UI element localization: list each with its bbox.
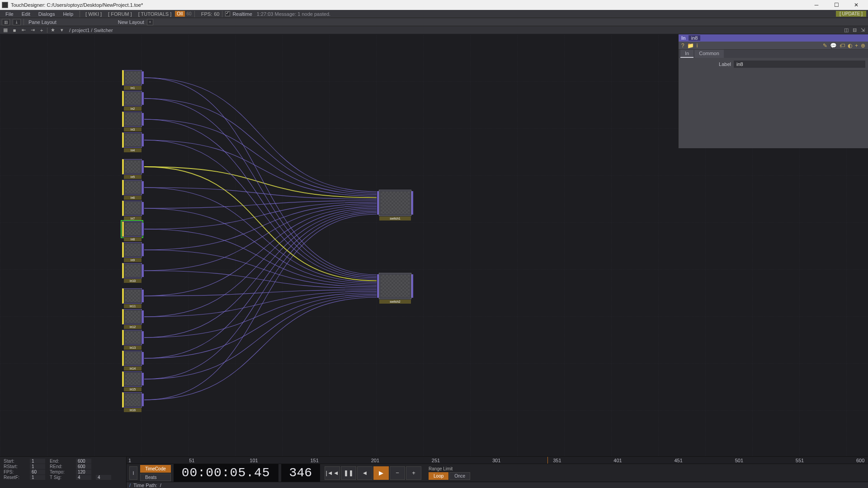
layout-icon-1[interactable]: ▥ (2, 19, 10, 25)
node-in2[interactable]: in2 (122, 91, 142, 106)
link-wiki[interactable]: [ WIKI ] (83, 10, 104, 18)
window-maximize-button[interactable]: ☐ (826, 0, 846, 10)
window-close-button[interactable]: ✕ (846, 0, 866, 10)
node-in5[interactable]: in5 (122, 159, 142, 174)
param-label-value[interactable]: in8 (734, 61, 865, 68)
pane-close-icon[interactable]: ⇲ (859, 27, 866, 33)
license-badge: OII (175, 11, 184, 17)
node-in11[interactable]: in11 (122, 288, 142, 304)
path-bar: ▦ ■ ⇤ ⇥ + ★ ▾ / project1 / Switcher ◫ ⊟ … (0, 26, 868, 34)
add-page-icon[interactable]: + (855, 42, 858, 49)
node-in9[interactable]: in9 (122, 242, 142, 258)
realtime-label: Realtime (232, 11, 252, 17)
app-icon (2, 2, 8, 8)
bookmark-icon[interactable]: ■ (11, 27, 18, 33)
timecode-button[interactable]: TimeCode (140, 465, 171, 473)
timeline-ruler[interactable]: 151101151201251301351401451501551600 (127, 457, 868, 464)
comment-icon[interactable]: 💬 (830, 42, 837, 49)
new-layout-add-icon[interactable]: + (147, 19, 153, 25)
node-in1[interactable]: in1 (122, 70, 142, 85)
new-layout-label[interactable]: New Layout (118, 19, 144, 25)
menu-bar: File Edit Dialogs Help [ WIKI ] [ FORUM … (0, 10, 868, 18)
nav-back-icon[interactable]: ⇤ (20, 27, 27, 33)
step-back-button[interactable]: ◄ (357, 466, 373, 480)
time-path-label: Time Path: (133, 483, 157, 488)
tab-common[interactable]: Common (694, 50, 724, 58)
parameter-header: In in8 (679, 34, 868, 42)
loop-button[interactable]: Loop (429, 472, 448, 480)
timeline-settings: Start:1End:600RStart:1REnd:600FPS:60Temp… (0, 457, 127, 488)
node-in6[interactable]: in6 (122, 180, 142, 195)
pane-type-icon[interactable]: ▦ (2, 27, 9, 33)
window-title: TouchDesigner: C:/Users/optoyz/Desktop/N… (11, 2, 807, 8)
lang-icon[interactable]: ⊕ (861, 42, 865, 49)
parameter-tabs: In Common (679, 50, 868, 58)
menu-dialogs[interactable]: Dialogs (35, 10, 59, 18)
node-in7[interactable]: in7 (122, 201, 142, 216)
operator-type: In (681, 35, 686, 41)
edit-icon[interactable]: ✎ (823, 42, 827, 49)
pane-split-v-icon[interactable]: ⊟ (851, 27, 858, 33)
tag-icon[interactable]: 🏷 (840, 42, 845, 49)
range-limit-label: Range Limit (429, 466, 470, 471)
fps-label: FPS: (201, 11, 212, 17)
layout-icon-2[interactable]: ⤓ (13, 19, 21, 25)
parameter-body: Label in8 (679, 58, 868, 148)
link-forum[interactable]: [ FORUM ] (105, 10, 135, 18)
param-label-key: Label (681, 61, 731, 67)
python-icon[interactable]: 📁 (687, 42, 694, 49)
plus-button[interactable]: + (406, 466, 421, 480)
minus-button[interactable]: − (390, 466, 405, 480)
menu-edit[interactable]: Edit (18, 10, 34, 18)
parameter-panel: In in8 ? 📁 i ✎ 💬 🏷 ◐ + ⊕ In Common Label… (678, 34, 868, 148)
current-time[interactable]: 00:00:05.45 (174, 464, 278, 482)
pane-split-h-icon[interactable]: ◫ (843, 27, 850, 33)
play-button[interactable]: ▶ (373, 466, 389, 480)
link-tutorials[interactable]: [ TUTORIALS ] (136, 10, 175, 18)
update-button[interactable]: [ UPDATE ] (836, 11, 866, 17)
once-button[interactable]: Once (449, 472, 470, 480)
node-switch2[interactable]: switch2 (379, 273, 411, 299)
realtime-checkbox[interactable] (225, 11, 230, 16)
node-in16[interactable]: in16 (122, 392, 142, 408)
color-icon[interactable]: ◐ (848, 42, 852, 49)
beats-button[interactable]: Beats (140, 474, 171, 481)
fps-value: 60 (214, 11, 219, 17)
star-icon[interactable]: ★ (49, 27, 57, 33)
node-in8[interactable]: in8 (122, 221, 142, 237)
status-message: 1:27:03 Message: 1 node pasted. (257, 11, 330, 17)
nav-fwd-icon[interactable]: ⇥ (29, 27, 36, 33)
badge-number: 60 (187, 11, 192, 16)
menu-help[interactable]: Help (59, 10, 77, 18)
tab-in[interactable]: In (680, 50, 693, 58)
info-icon[interactable]: i (697, 42, 698, 49)
layout-bar: ▥ ⤓ Pane Layout New Layout + (0, 18, 868, 26)
time-path-slash-icon[interactable]: / (129, 483, 131, 488)
network-editor[interactable]: in1in2in3in4in5in6in7in8in9in10in11in12i… (0, 34, 868, 456)
node-in14[interactable]: in14 (122, 351, 142, 366)
expand-icon[interactable]: ▾ (58, 27, 66, 33)
timeline-toggle-icon[interactable]: I (129, 466, 137, 480)
window-titlebar: TouchDesigner: C:/Users/optoyz/Desktop/N… (0, 0, 868, 10)
node-in12[interactable]: in12 (122, 309, 142, 324)
node-switch1[interactable]: switch1 (379, 190, 411, 216)
time-path-value[interactable]: / (160, 483, 161, 488)
node-in3[interactable]: in3 (122, 112, 142, 127)
pane-layout-label[interactable]: Pane Layout (28, 19, 57, 25)
node-in15[interactable]: in15 (122, 371, 142, 387)
help-icon[interactable]: ? (681, 42, 684, 49)
current-frame[interactable]: 346 (281, 464, 320, 482)
node-in10[interactable]: in10 (122, 263, 142, 278)
time-path-bar: / Time Path: / (127, 482, 868, 488)
timeline: Start:1End:600RStart:1REnd:600FPS:60Temp… (0, 456, 868, 488)
node-in4[interactable]: in4 (122, 132, 142, 148)
node-in13[interactable]: in13 (122, 330, 142, 345)
menu-file[interactable]: File (2, 10, 17, 18)
nav-up-icon[interactable]: + (38, 27, 45, 33)
rewind-button[interactable]: |◄◄ (325, 466, 340, 480)
pause-button[interactable]: ❚❚ (341, 466, 356, 480)
timeline-controls: I TimeCode Beats 00:00:05.45 346 |◄◄ ❚❚ … (127, 464, 868, 482)
window-minimize-button[interactable]: ─ (807, 0, 826, 10)
network-path[interactable]: / project1 / Switcher (69, 28, 113, 33)
operator-name[interactable]: in8 (689, 35, 701, 41)
